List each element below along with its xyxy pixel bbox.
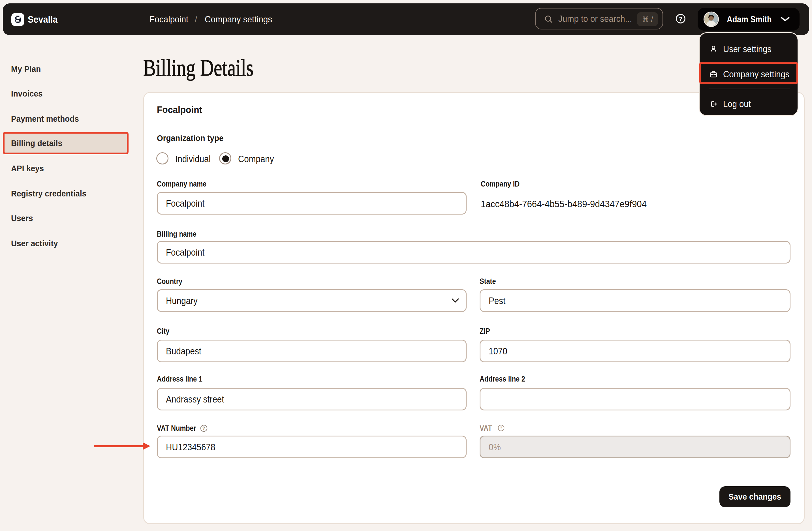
svg-text:?: ? xyxy=(202,426,205,431)
svg-text:?: ? xyxy=(500,426,502,430)
svg-text:?: ? xyxy=(679,16,683,22)
